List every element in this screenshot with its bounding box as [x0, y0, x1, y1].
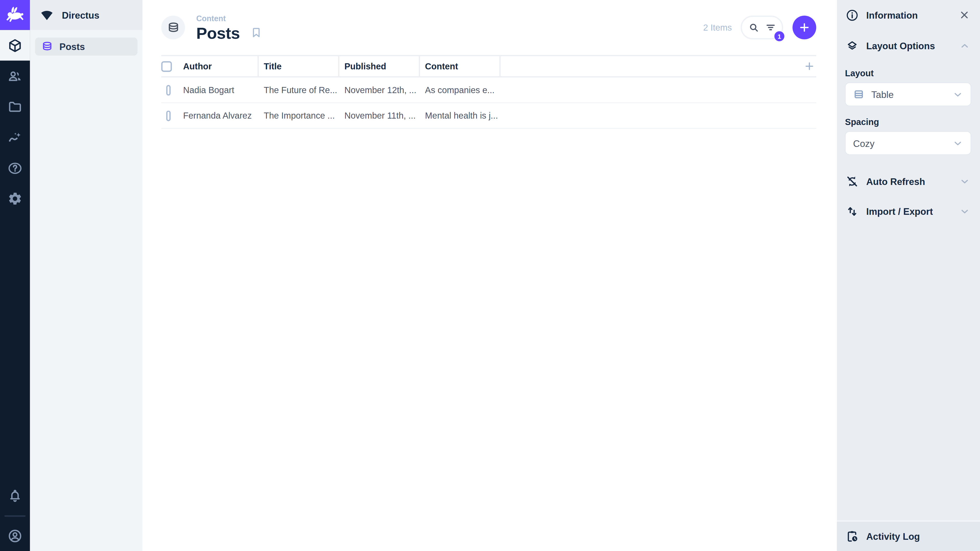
breadcrumb[interactable]: Content — [196, 14, 240, 23]
module-bar-divider — [4, 515, 25, 516]
main-content: Content Posts 2 Items — [142, 0, 837, 551]
nav-item-posts[interactable]: Posts — [35, 38, 138, 56]
module-users-button[interactable] — [0, 61, 30, 91]
notifications-button[interactable] — [0, 480, 30, 511]
search-icon[interactable] — [748, 22, 759, 33]
module-files-button[interactable] — [0, 91, 30, 122]
module-settings-button[interactable] — [0, 183, 30, 214]
activity-log-label: Activity Log — [866, 531, 971, 542]
gear-icon — [7, 191, 22, 206]
cell-published: November 12th, ... — [339, 85, 420, 95]
sidebar-section-label: Auto Refresh — [866, 176, 952, 186]
row-checkbox[interactable] — [166, 85, 170, 95]
nav-list: Posts — [30, 30, 143, 63]
sidebar-section-layout-options[interactable]: Layout Options — [837, 30, 980, 61]
select-all-cell — [161, 56, 178, 76]
swap-vert-icon — [845, 205, 859, 218]
layout-options-fields: Layout Table Spacing Cozy — [837, 61, 980, 166]
account-circle-icon — [7, 528, 22, 543]
chevron-down-icon — [959, 206, 970, 217]
table-row[interactable]: Nadia Bogart The Future of Re... Novembe… — [161, 78, 816, 103]
column-header-published[interactable]: Published — [339, 56, 420, 76]
app-window: Directus Posts — [0, 0, 980, 551]
detail-sidebar: Information Layout Options — [837, 0, 980, 551]
collection-icon-button[interactable] — [161, 16, 185, 39]
spacing-select[interactable]: Cozy — [845, 131, 971, 155]
box-icon — [7, 38, 22, 53]
page-header: Content Posts 2 Items — [161, 0, 816, 55]
title-block: Content Posts — [196, 14, 240, 41]
cell-content: Mental health is j... — [420, 110, 501, 121]
account-button[interactable] — [0, 520, 30, 551]
help-icon — [7, 160, 22, 175]
chevron-down-icon — [953, 138, 963, 148]
info-icon — [845, 8, 859, 21]
sidebar-section-label: Import / Export — [866, 206, 952, 217]
row-checkbox-cell — [161, 85, 178, 95]
project-chooser[interactable]: Directus — [30, 0, 143, 30]
sidebar-section-information[interactable]: Information — [837, 0, 980, 30]
sidebar-section-auto-refresh[interactable]: Auto Refresh — [837, 166, 980, 196]
database-icon — [167, 21, 180, 34]
items-table: Author Title Published Content Nadia Bog… — [161, 55, 816, 129]
table-icon — [853, 89, 864, 100]
directus-rabbit-icon — [5, 5, 25, 25]
cell-content: As companies e... — [420, 85, 501, 95]
cell-title: The Future of Re... — [259, 85, 339, 95]
layers-icon — [845, 39, 859, 52]
layout-select[interactable]: Table — [845, 83, 971, 106]
chevron-down-icon — [959, 176, 970, 186]
cell-author: Nadia Bogart — [178, 85, 259, 95]
fan-icon — [39, 7, 54, 22]
bell-icon — [7, 488, 22, 503]
clipboard-clock-icon — [845, 530, 859, 543]
select-all-checkbox[interactable] — [161, 61, 172, 72]
close-icon[interactable] — [959, 10, 970, 21]
add-item-button[interactable] — [792, 16, 816, 39]
row-checkbox[interactable] — [166, 110, 170, 121]
module-help-button[interactable] — [0, 152, 30, 183]
sidebar-section-label: Information — [866, 10, 951, 21]
filter-count-badge: 1 — [774, 31, 784, 41]
items-count: 2 Items — [703, 22, 732, 32]
filter-icon[interactable] — [765, 22, 776, 33]
database-icon — [41, 41, 53, 52]
sync-disabled-icon — [845, 175, 859, 187]
chevron-up-icon — [959, 40, 970, 51]
column-header-title[interactable]: Title — [259, 56, 339, 76]
people-icon — [7, 68, 22, 83]
project-name: Directus — [62, 10, 99, 21]
module-insights-button[interactable] — [0, 122, 30, 152]
sidebar-section-import-export[interactable]: Import / Export — [837, 196, 980, 226]
activity-log-button[interactable]: Activity Log — [837, 520, 980, 551]
module-content-button[interactable] — [0, 30, 30, 61]
insights-icon — [7, 130, 22, 144]
search-filter-pill[interactable]: 1 — [741, 16, 783, 39]
chevron-down-icon — [953, 89, 963, 100]
layout-field-label: Layout — [845, 67, 971, 79]
sidebar-section-label: Layout Options — [866, 40, 952, 51]
sidebar-spacer — [837, 226, 980, 520]
column-header-content[interactable]: Content — [420, 56, 501, 76]
nav-sidebar: Directus Posts — [30, 0, 143, 551]
module-bar — [0, 0, 30, 551]
plus-icon — [798, 21, 811, 34]
cell-author: Fernanda Alvarez — [178, 110, 259, 121]
row-checkbox-cell — [161, 110, 178, 121]
bookmark-icon[interactable] — [250, 26, 262, 39]
column-header-author[interactable]: Author — [178, 56, 259, 76]
page-title: Posts — [196, 25, 240, 41]
layout-select-value: Table — [871, 89, 953, 100]
plus-icon — [803, 61, 815, 72]
spacing-field-label: Spacing — [845, 116, 971, 127]
add-column-button[interactable] — [803, 56, 816, 76]
spacing-select-value: Cozy — [853, 138, 953, 148]
table-header-row: Author Title Published Content — [161, 55, 816, 78]
directus-logo-button[interactable] — [0, 0, 30, 30]
cell-published: November 11th, ... — [339, 110, 420, 121]
table-row[interactable]: Fernanda Alvarez The Importance ... Nove… — [161, 103, 816, 129]
nav-item-label: Posts — [59, 41, 85, 52]
cell-title: The Importance ... — [259, 110, 339, 121]
folder-icon — [7, 99, 22, 114]
